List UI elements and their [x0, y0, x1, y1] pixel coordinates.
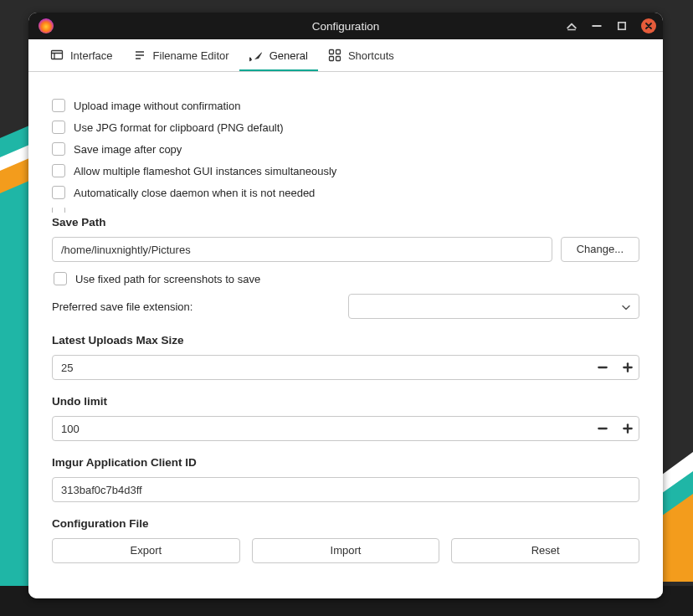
config-file-block: Configuration File Export Import Reset: [52, 517, 639, 563]
use-fixed-path-row: Use fixed path for screenshots to save: [54, 272, 639, 285]
cb-save-after-copy-label: Save image after copy: [74, 143, 182, 156]
tab-general[interactable]: General: [239, 39, 318, 71]
cb-multi-instance-label: Allow multiple flameshot GUI instances s…: [74, 165, 336, 177]
preferred-extension-row: Preferred save file extension:: [52, 294, 639, 319]
preferred-extension-label: Preferred save file extension:: [52, 300, 336, 313]
tab-shortcuts-label: Shortcuts: [348, 49, 394, 62]
cb-auto-close-daemon[interactable]: [52, 186, 65, 199]
preferred-extension-select[interactable]: [348, 294, 639, 319]
latest-uploads-block: Latest Uploads Max Size: [52, 334, 639, 380]
tab-filename-editor[interactable]: Filename Editor: [123, 39, 239, 71]
cb-upload-without-confirmation[interactable]: [52, 99, 65, 112]
svg-rect-18: [336, 50, 340, 54]
general-checkbox-list: Upload image without confirmation Use JP…: [52, 99, 639, 199]
tab-interface[interactable]: Interface: [40, 39, 123, 71]
cb-auto-close-daemon-row: Automatically close daemon when it is no…: [52, 186, 639, 199]
imgur-client-id-input[interactable]: [52, 477, 639, 502]
titlebar: Configuration: [28, 13, 663, 39]
imgur-heading: Imgur Application Client ID: [52, 456, 639, 469]
reset-button[interactable]: Reset: [451, 538, 639, 563]
cb-jpg-clipboard-row: Use JPG format for clipboard (PNG defaul…: [52, 121, 639, 134]
change-path-button[interactable]: Change...: [561, 237, 639, 262]
partial-checkbox-cutoff: [52, 208, 65, 213]
tab-interface-label: Interface: [70, 49, 113, 62]
interface-icon: [50, 49, 64, 62]
cb-multi-instance[interactable]: [52, 164, 65, 177]
svg-rect-11: [52, 51, 63, 59]
undo-limit-heading: Undo limit: [52, 395, 639, 408]
cb-multi-instance-row: Allow multiple flameshot GUI instances s…: [52, 164, 639, 177]
undo-limit-input[interactable]: [52, 416, 639, 441]
configuration-window: Configuration Interface: [28, 13, 663, 598]
undo-limit-block: Undo limit: [52, 395, 639, 441]
window-title: Configuration: [28, 20, 663, 33]
filename-editor-icon: [133, 49, 146, 62]
svg-rect-20: [336, 57, 340, 61]
svg-rect-17: [329, 50, 333, 54]
imgur-block: Imgur Application Client ID: [52, 456, 639, 502]
latest-uploads-increment[interactable]: [621, 361, 634, 374]
cb-use-fixed-path-label: Use fixed path for screenshots to save: [75, 273, 260, 285]
cb-use-fixed-path[interactable]: [54, 272, 67, 285]
shortcuts-icon: [328, 49, 341, 62]
save-path-heading: Save Path: [52, 216, 639, 228]
cb-auto-close-daemon-label: Automatically close daemon when it is no…: [74, 187, 315, 199]
svg-rect-19: [329, 57, 333, 61]
config-file-heading: Configuration File: [52, 517, 639, 530]
cb-upload-without-confirmation-label: Upload image without confirmation: [74, 100, 240, 112]
save-path-input[interactable]: [52, 237, 552, 262]
svg-marker-1: [0, 126, 29, 616]
chevron-down-icon: [622, 300, 630, 313]
latest-uploads-heading: Latest Uploads Max Size: [52, 334, 639, 346]
cb-upload-without-confirmation-row: Upload image without confirmation: [52, 99, 639, 112]
latest-uploads-input[interactable]: [52, 355, 639, 380]
tab-general-label: General: [270, 49, 308, 62]
latest-uploads-decrement[interactable]: [596, 361, 609, 374]
cb-save-after-copy-row: Save image after copy: [52, 142, 639, 156]
cb-jpg-clipboard-label: Use JPG format for clipboard (PNG defaul…: [74, 121, 284, 134]
tab-bar: Interface Filename Editor General Shortc…: [28, 39, 663, 72]
general-icon: [249, 49, 263, 62]
general-tab-content: Upload image without confirmation Use JP…: [28, 72, 663, 598]
export-button[interactable]: Export: [52, 538, 240, 563]
cb-save-after-copy[interactable]: [52, 142, 65, 156]
cb-jpg-clipboard[interactable]: [52, 121, 65, 134]
tab-filename-editor-label: Filename Editor: [153, 49, 229, 62]
import-button[interactable]: Import: [252, 538, 440, 563]
undo-limit-decrement[interactable]: [596, 422, 609, 435]
undo-limit-increment[interactable]: [621, 422, 634, 435]
save-path-block: Change... Use fixed path for screenshots…: [52, 237, 639, 319]
tab-shortcuts[interactable]: Shortcuts: [318, 39, 404, 71]
